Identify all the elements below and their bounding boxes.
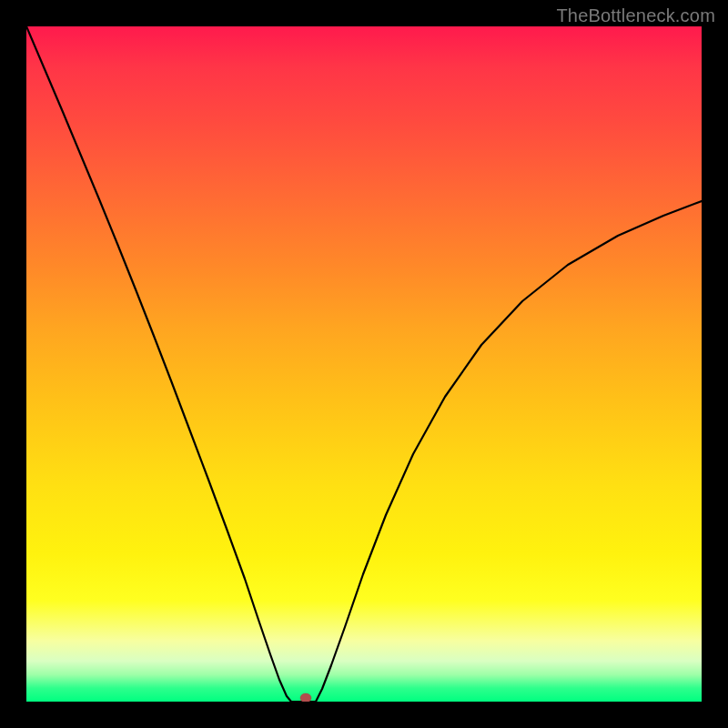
watermark-text: TheBottleneck.com: [556, 5, 715, 26]
plot-area: [26, 26, 702, 702]
chart-frame: TheBottleneck.com: [0, 0, 728, 728]
optimal-point-marker: [300, 693, 311, 702]
bottleneck-curve: [26, 26, 702, 702]
plot-svg: [26, 26, 702, 702]
